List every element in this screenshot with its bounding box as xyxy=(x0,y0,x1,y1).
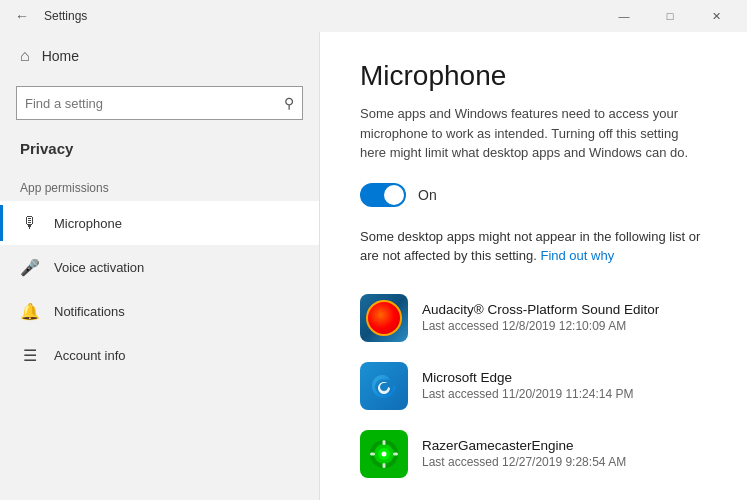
sidebar-item-voice-activation[interactable]: 🎤 Voice activation xyxy=(0,245,319,289)
titlebar-title: Settings xyxy=(44,9,87,23)
sidebar-item-label: Notifications xyxy=(54,304,125,319)
edge-app-icon xyxy=(360,362,408,410)
svg-rect-6 xyxy=(370,452,375,455)
info-text: Some desktop apps might not appear in th… xyxy=(360,227,707,266)
main-area: ⌂ Home ⚲ Privacy App permissions 🎙 Micro… xyxy=(0,32,747,500)
svg-rect-7 xyxy=(393,452,398,455)
titlebar-nav: ← xyxy=(8,2,36,30)
voice-icon: 🎤 xyxy=(20,258,40,277)
titlebar: ← Settings — □ ✕ xyxy=(0,0,747,32)
sidebar-item-label: Voice activation xyxy=(54,260,144,275)
back-button[interactable]: ← xyxy=(8,2,36,30)
microphone-toggle[interactable] xyxy=(360,183,406,207)
toggle-label: On xyxy=(418,187,437,203)
search-box[interactable]: ⚲ xyxy=(16,86,303,120)
sidebar-item-label: Account info xyxy=(54,348,126,363)
list-item: Microsoft Edge Last accessed 11/20/2019 … xyxy=(360,354,707,418)
page-title: Microphone xyxy=(360,60,707,92)
minimize-button[interactable]: — xyxy=(601,0,647,32)
find-out-link[interactable]: Find out why xyxy=(540,248,614,263)
sidebar-item-microphone[interactable]: 🎙 Microphone xyxy=(0,201,319,245)
sidebar: ⌂ Home ⚲ Privacy App permissions 🎙 Micro… xyxy=(0,32,320,500)
privacy-heading: Privacy xyxy=(0,132,319,169)
svg-rect-5 xyxy=(383,463,386,468)
app-last-access: Last accessed 12/27/2019 9:28:54 AM xyxy=(422,455,626,469)
search-input[interactable] xyxy=(25,96,284,111)
app-list: Audacity® Cross-Platform Sound Editor La… xyxy=(360,286,707,486)
app-info: Audacity® Cross-Platform Sound Editor La… xyxy=(422,302,659,333)
microphone-icon: 🎙 xyxy=(20,214,40,232)
home-label: Home xyxy=(42,48,79,64)
close-button[interactable]: ✕ xyxy=(693,0,739,32)
toggle-knob xyxy=(384,185,404,205)
sidebar-item-account-info[interactable]: ☰ Account info xyxy=(0,333,319,377)
sidebar-item-notifications[interactable]: 🔔 Notifications xyxy=(0,289,319,333)
maximize-button[interactable]: □ xyxy=(647,0,693,32)
list-item: Audacity® Cross-Platform Sound Editor La… xyxy=(360,286,707,350)
search-icon: ⚲ xyxy=(284,95,294,111)
app-info: RazerGamecasterEngine Last accessed 12/2… xyxy=(422,438,626,469)
razer-svg-icon xyxy=(367,437,401,471)
right-panel: Microphone Some apps and Windows feature… xyxy=(320,32,747,500)
svg-point-3 xyxy=(382,451,387,456)
svg-rect-4 xyxy=(383,440,386,445)
app-permissions-label: App permissions xyxy=(0,169,319,201)
app-name: Microsoft Edge xyxy=(422,370,633,385)
notifications-icon: 🔔 xyxy=(20,302,40,321)
sidebar-item-label: Microphone xyxy=(54,216,122,231)
account-icon: ☰ xyxy=(20,346,40,365)
audacity-icon-inner xyxy=(366,300,402,336)
app-last-access: Last accessed 11/20/2019 11:24:14 PM xyxy=(422,387,633,401)
home-icon: ⌂ xyxy=(20,47,30,65)
app-info: Microsoft Edge Last accessed 11/20/2019 … xyxy=(422,370,633,401)
panel-description: Some apps and Windows features need to a… xyxy=(360,104,707,163)
app-name: Audacity® Cross-Platform Sound Editor xyxy=(422,302,659,317)
app-last-access: Last accessed 12/8/2019 12:10:09 AM xyxy=(422,319,659,333)
razer-app-icon xyxy=(360,430,408,478)
titlebar-controls: — □ ✕ xyxy=(601,0,739,32)
info-text-before: Some desktop apps might not appear in th… xyxy=(360,229,700,264)
list-item: RazerGamecasterEngine Last accessed 12/2… xyxy=(360,422,707,486)
app-name: RazerGamecasterEngine xyxy=(422,438,626,453)
sidebar-item-home[interactable]: ⌂ Home xyxy=(0,32,319,80)
edge-svg-icon xyxy=(368,370,400,402)
titlebar-left: ← Settings xyxy=(8,2,87,30)
toggle-row: On xyxy=(360,183,707,207)
audacity-app-icon xyxy=(360,294,408,342)
